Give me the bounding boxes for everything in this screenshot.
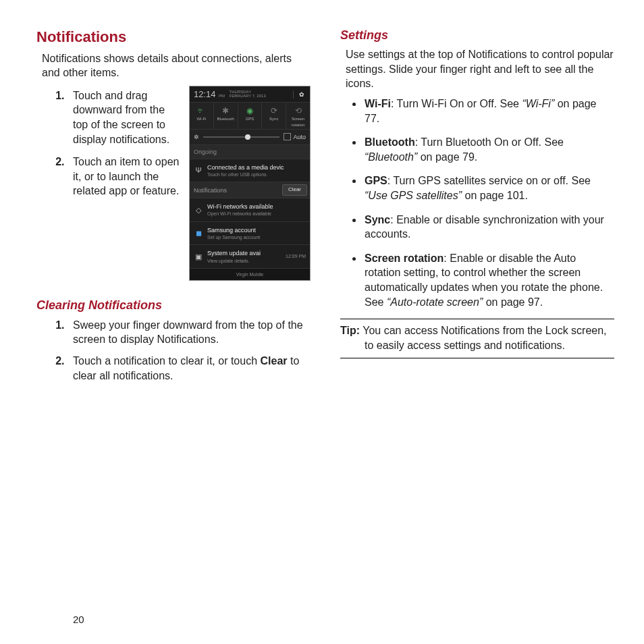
step-1: Touch and drag downward from the top of …: [68, 88, 182, 146]
rotation-icon: ⟲: [286, 105, 310, 115]
bullet-rotation: Screen rotation: Enable or disable the A…: [363, 251, 614, 309]
toggle-gps: GPS: [238, 116, 262, 122]
toggle-sync: Sync: [262, 116, 286, 122]
wifi-notif-icon: ◇: [194, 205, 203, 215]
samsung-sub: Set up Samsung account: [207, 234, 306, 240]
gear-icon: ✿: [293, 90, 306, 99]
settings-bullets: Wi-Fi: Turn Wi-Fi On or Off. See “Wi-Fi”…: [340, 97, 614, 309]
page-number: 20: [73, 613, 84, 626]
ongoing-header: Ongoing: [190, 145, 310, 159]
phone-time: 12:14: [194, 89, 216, 99]
usb-icon: Ψ: [194, 165, 203, 176]
sys-time: 12:09 PM: [286, 253, 306, 259]
wifi-net-sub: Open Wi-Fi networks available: [207, 211, 306, 217]
sys-sub: View update details.: [207, 258, 281, 264]
clear-step-1: Sweep your finger downward from the top …: [68, 318, 311, 347]
clear-step-2: Touch a notification to clear it, or tou…: [68, 354, 311, 383]
phone-ampm: PM: [219, 94, 225, 98]
toggle-wifi: Wi-Fi: [190, 116, 213, 122]
sync-icon: ⟳: [262, 105, 286, 115]
steps-list: Touch and drag downward from the top of …: [36, 88, 182, 281]
tip-label: Tip:: [340, 325, 360, 336]
tip-text: You can access Notifications from the Lo…: [360, 325, 607, 351]
media-sub: Touch for other USB options.: [207, 171, 306, 178]
media-title: Connected as a media devic: [207, 163, 306, 171]
brightness-slider: [203, 136, 279, 138]
gps-icon: ◉: [238, 105, 262, 115]
wifi-net-title: Wi-Fi networks available: [207, 203, 306, 211]
samsung-title: Samsung account: [207, 226, 306, 234]
tip-box: Tip: You can access Notifications from t…: [340, 319, 614, 358]
update-icon: ▣: [194, 252, 203, 262]
wifi-icon: ᯤ: [190, 105, 213, 115]
bluetooth-icon: ✱: [214, 105, 238, 115]
intro-text: Notifications shows details about connec…: [42, 51, 311, 80]
sys-title: System update avai: [207, 249, 281, 257]
bullet-bluetooth: Bluetooth: Turn Bluetooth On or Off. See…: [363, 135, 614, 164]
toggle-rot: Screen rotation: [286, 116, 310, 127]
step-2: Touch an item to open it, or to launch t…: [68, 155, 182, 198]
brightness-icon: ✲: [194, 133, 199, 141]
heading-settings: Settings: [340, 27, 614, 43]
clearing-list: Sweep your finger downward from the top …: [36, 318, 311, 383]
heading-notifications: Notifications: [36, 27, 311, 47]
phone-date: FEBRUARY 7, 2013: [230, 94, 266, 98]
samsung-icon: ◼: [194, 228, 203, 238]
bullet-sync: Sync: Enable or disable synchronization …: [363, 213, 614, 242]
clear-button: Clear: [282, 184, 307, 196]
auto-brightness: Auto: [284, 133, 306, 141]
bullet-gps: GPS: Turn GPS satellites service on or o…: [363, 173, 614, 203]
toggle-bt: Bluetooth: [214, 116, 238, 122]
settings-intro: Use settings at the top of Notifications…: [346, 47, 614, 91]
notifications-header: Notifications: [194, 186, 227, 194]
phone-screenshot: 12:14 PM THURSDAY FEBRUARY 7, 2013 ✿ ᯤWi…: [189, 86, 311, 281]
heading-clearing: Clearing Notifications: [36, 297, 311, 313]
bullet-wifi: Wi-Fi: Turn Wi-Fi On or Off. See “Wi-Fi”…: [363, 97, 614, 126]
carrier-label: Virgin Mobile: [190, 269, 310, 280]
